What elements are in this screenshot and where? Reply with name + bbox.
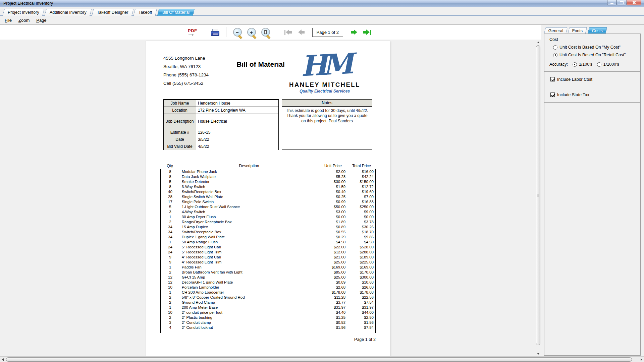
zoom-fit-button[interactable] xyxy=(261,28,270,37)
scroll-right-button[interactable] xyxy=(639,357,644,362)
settings-tab[interactable]: Fonts xyxy=(568,27,587,34)
job-info-row: Location 172 Pine St. Longview WA xyxy=(164,107,278,114)
zoom-out-button[interactable]: − xyxy=(233,28,242,37)
unit-price-cell: $0.52 xyxy=(319,320,347,325)
page-indicator[interactable]: Page 1 of 2 xyxy=(312,28,343,37)
column-divider xyxy=(319,169,319,333)
pdf-icon: PDF xyxy=(188,28,197,33)
unit-price-cell: $4.40 xyxy=(319,310,347,315)
qty-cell: 1 xyxy=(161,240,180,245)
document-area: 4555 Longhorn LaneSeattle, WA 76123Phone… xyxy=(0,40,535,356)
job-info-value: 126-15 xyxy=(196,129,278,136)
previous-page-button[interactable] xyxy=(298,29,305,35)
restore-button[interactable] xyxy=(617,0,626,5)
main-tab-label: Takeoff xyxy=(139,10,152,15)
menu-item[interactable]: Zoom xyxy=(15,17,33,24)
cost-basis-radio[interactable]: Unit Cost Is Based On "My Cost" xyxy=(553,45,640,50)
main-tab[interactable]: Takeoff xyxy=(133,9,157,16)
accuracy-radio[interactable]: 1/100's xyxy=(573,62,592,67)
close-button[interactable] xyxy=(627,0,641,5)
unit-price-cell: $25.00 xyxy=(319,275,347,280)
settings-tab-label: General xyxy=(548,28,563,33)
scroll-left-button[interactable] xyxy=(0,357,5,362)
arrow-up-icon xyxy=(537,42,540,43)
qty-cell: 9 xyxy=(161,260,180,265)
last-page-button[interactable] xyxy=(363,29,371,35)
radio-icon xyxy=(597,62,601,67)
vertical-scroll-thumb[interactable] xyxy=(536,45,540,345)
total-price-cell: $0.00 xyxy=(347,215,375,220)
main-tab[interactable]: Project Inventory xyxy=(2,9,44,16)
table-row: 1 50 Amp Range Flush $4.50 $4.50 xyxy=(161,240,375,245)
description-cell: Single Pole Switch xyxy=(180,199,319,204)
main-tab[interactable]: Bill Of Material xyxy=(157,9,195,16)
next-page-button[interactable] xyxy=(351,29,357,35)
table-row: 28 Single Switch Wall Plate $0.25 $7.00 xyxy=(161,194,375,199)
total-price-cell: $10.68 xyxy=(347,280,375,285)
description-cell: 4" Recessed Light Trim xyxy=(180,260,319,265)
total-price-cell: $3.78 xyxy=(347,220,375,225)
first-page-button[interactable] xyxy=(284,29,292,35)
settings-tab-label: Fonts xyxy=(572,28,583,33)
scroll-up-button[interactable] xyxy=(535,40,541,45)
job-info-row: Job Name Henderson House xyxy=(164,100,278,107)
job-info-value: House Electrical xyxy=(196,114,278,129)
radio-icon xyxy=(553,45,557,50)
total-price-cell: $16.83 xyxy=(347,199,375,204)
restore-icon xyxy=(620,1,624,4)
settings-tab[interactable]: General xyxy=(544,27,568,34)
address-line: Cell (555) 675-3452 xyxy=(163,81,209,89)
minimize-button[interactable] xyxy=(607,0,616,5)
settings-tab[interactable]: Costs xyxy=(587,27,607,34)
unit-price-cell: $50.00 xyxy=(319,204,347,209)
checkbox-icon xyxy=(550,77,555,81)
total-price-cell: $300.00 xyxy=(347,275,375,280)
total-price-cell: $18.70 xyxy=(347,230,375,235)
export-pdf-button[interactable]: PDF xyxy=(188,28,197,36)
horizontal-scrollbar[interactable] xyxy=(0,356,644,362)
toggle-option[interactable]: Include State Tax xyxy=(544,87,640,103)
table-row: 2 2" Plastic bushing $1.25 $2.50 xyxy=(161,315,375,320)
table-row: 10 2" conduit price per foot $4.40 $44.0… xyxy=(161,310,375,315)
description-cell: 5" Recessed Light Trim xyxy=(180,250,319,255)
arrow-left-icon xyxy=(2,358,4,361)
total-price-cell: $178.08 xyxy=(347,290,375,295)
vertical-scrollbar[interactable] xyxy=(535,40,541,356)
description-cell: CH 200 Amp Loadcenter xyxy=(180,290,319,295)
qty-cell: 24 xyxy=(161,245,180,250)
menu-item[interactable]: File xyxy=(1,17,15,24)
qty-cell: 12 xyxy=(161,275,180,280)
main-tab[interactable]: Takeoff Designer xyxy=(92,9,133,16)
print-button[interactable] xyxy=(211,29,219,36)
cost-section-label: Cost xyxy=(549,37,640,42)
document-page: 4555 Longhorn LaneSeattle, WA 76123Phone… xyxy=(146,41,390,356)
toggle-option[interactable]: Include Labor Cost xyxy=(544,72,640,87)
main-tab[interactable]: Additional Inventory xyxy=(44,9,92,16)
zoom-fit-icon xyxy=(261,28,270,37)
cost-basis-radio[interactable]: Unit Cost Is Based On "Retail Cost" xyxy=(553,53,640,57)
unit-price-cell: $0.00 xyxy=(319,215,347,220)
column-divider xyxy=(180,169,180,333)
table-row: 40 Switch/Receptacle Box $0.49 $19.60 xyxy=(161,189,375,194)
table-row: 5 Smoke Detector $30.00 $150.00 xyxy=(161,179,375,184)
unit-price-cell: $30.00 xyxy=(319,179,347,184)
unit-price-cell: $5.28 xyxy=(319,174,347,179)
total-price-cell: $170.00 xyxy=(347,270,375,275)
settings-tab-label: Costs xyxy=(592,28,603,33)
accuracy-radio[interactable]: 1/1000's xyxy=(597,62,619,67)
qty-cell: 17 xyxy=(161,199,180,204)
unit-price-cell: $0.55 xyxy=(319,230,347,235)
toolbar-separator xyxy=(226,27,226,37)
description-cell: Paddle Fan xyxy=(180,265,319,270)
scroll-down-button[interactable] xyxy=(535,351,541,356)
window-title: Project Electrical Inventory xyxy=(3,1,53,6)
address-line: Seattle, WA 76123 xyxy=(163,64,209,72)
pdf-export-arrow-icon xyxy=(189,34,194,36)
total-price-cell: $169.00 xyxy=(347,265,375,270)
minimize-icon xyxy=(610,3,613,4)
horizontal-scroll-thumb[interactable] xyxy=(6,357,632,362)
menu-item[interactable]: Page xyxy=(33,17,50,24)
total-price-cell: $30.26 xyxy=(347,225,375,230)
zoom-in-button[interactable]: + xyxy=(247,28,256,37)
qty-cell: 4 xyxy=(161,325,180,330)
